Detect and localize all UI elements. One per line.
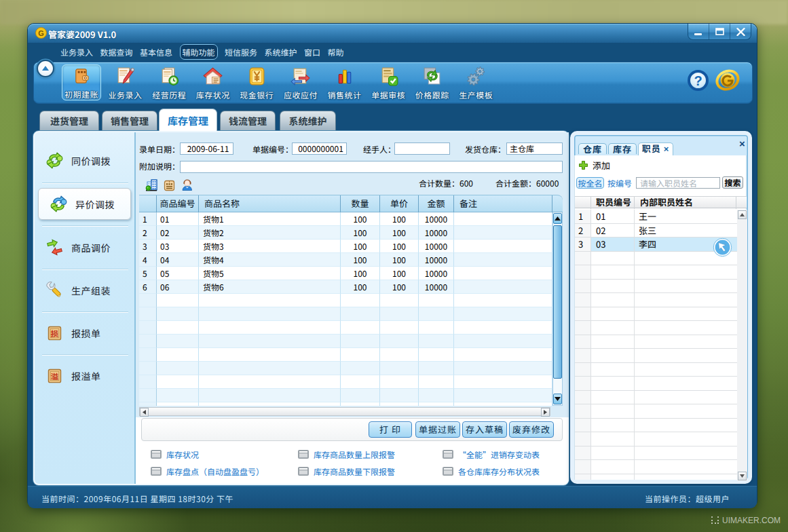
svg-text:溢: 溢 [51, 370, 58, 381]
svg-text:损: 损 [51, 328, 58, 339]
svg-text:G: G [38, 29, 44, 37]
